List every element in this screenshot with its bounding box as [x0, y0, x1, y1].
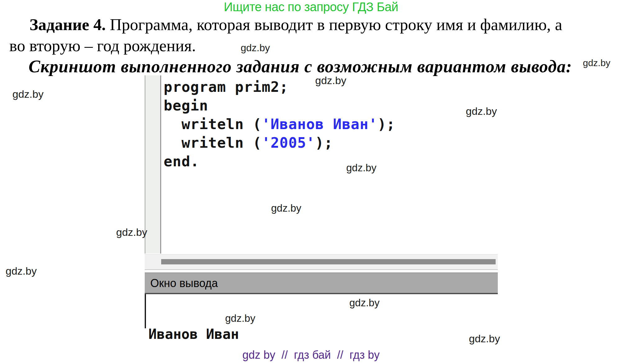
gdz-watermark: gdz.by [241, 42, 270, 54]
code-line: writeln ('2005'); [164, 133, 395, 152]
gdz-watermark: gdz.by [466, 105, 497, 117]
horizontal-scrollbar-thumb[interactable] [161, 259, 496, 264]
gdz-watermark: gdz.by [315, 74, 346, 87]
task-text-line1: Программа, которая выводит в первую стро… [106, 16, 562, 34]
output-window-header: Окно вывода [145, 272, 498, 293]
gdz-watermark: gdz.by [583, 57, 610, 69]
code-area[interactable]: program prim2; begin writeln ('Иванов Ив… [164, 78, 395, 171]
gdz-watermark: gdz.by [225, 312, 255, 325]
gdz-watermark: gdz.by [346, 162, 376, 174]
gdz-watermark: gdz.by [271, 202, 301, 214]
gdz-watermark: gdz.by [12, 88, 43, 100]
code-line: program prim2; [164, 78, 395, 96]
task-subtitle: Скриншот выполненного задания с возможны… [29, 56, 572, 77]
code-line: begin [164, 96, 395, 115]
output-window-title: Окно вывода [150, 277, 218, 290]
gdz-watermark: gdz.by [349, 297, 379, 309]
footer-keywords: gdz by // гдз бай // гдз by [242, 348, 379, 362]
output-window-text: Иванов Иван 2005 [148, 295, 239, 364]
code-line: writeln ('Иванов Иван'); [164, 115, 395, 133]
gdz-watermark: gdz.by [6, 265, 37, 277]
task-paragraph-line1: Задание 4. Программа, которая выводит в … [30, 14, 562, 35]
task-number-label: Задание 4. [30, 16, 106, 34]
task-paragraph-line2: во вторую – год рождения. [9, 35, 196, 56]
gdz-watermark: gdz.by [116, 226, 147, 238]
promo-banner: Ищите нас по запросу ГДЗ Бай [224, 0, 398, 14]
output-line: Иванов Иван [148, 326, 239, 342]
gdz-watermark: gdz.by [469, 332, 500, 345]
